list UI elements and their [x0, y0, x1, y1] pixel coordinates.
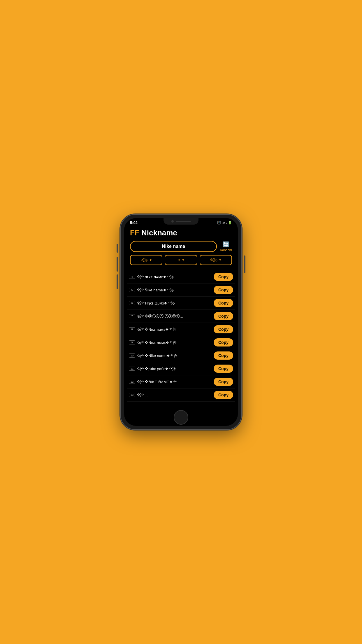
filter-symbol-2: ✦ [178, 258, 181, 262]
list-item: 4꧁༺ɴɪᴋᴇ ɴᴀᴍᴇ❖༻꧂Copy [127, 270, 235, 284]
item-number: 6 [129, 301, 135, 305]
list-item: 11꧁༺❖ɲɪkε ɲαθε❖༻꧂Copy [127, 362, 235, 375]
item-nickname-text: ꧁༺ɴɪᴋᴇ ɴᴀᴍᴇ❖༻꧂ [137, 275, 212, 279]
volume-down-button [117, 274, 118, 289]
phone-frame: 5:02 📳 4G 🔋 FF Nickname Nike name 🔄 Rand… [121, 215, 241, 429]
item-number: 13 [129, 393, 135, 397]
chevron-down-icon-1: ▼ [149, 258, 152, 262]
list-item: 12꧁༺❖ŇĪKE ŇAME❖༻...Copy [127, 375, 235, 388]
item-number: 8 [129, 327, 135, 331]
copy-button[interactable]: Copy [214, 351, 233, 360]
filter-symbol-1: ꧁꧂ [140, 258, 148, 262]
copy-button[interactable]: Copy [214, 286, 233, 294]
app-header: FF Nickname Nike name 🔄 Random ꧁꧂ ▼ [124, 226, 238, 270]
filter-symbol-3: ꧁꧂ [210, 258, 217, 262]
copy-button[interactable]: Copy [214, 325, 233, 333]
list-item: 7꧁༺❖Ⓝⓘⓚⓔ ⓝⓐⓜⓔ...Copy [127, 310, 235, 323]
item-nickname-text: ꧁༺... [137, 393, 212, 397]
item-nickname-text: ꧁༺❖ɲɪkε ɲαθε❖༻꧂ [137, 367, 212, 371]
chevron-down-icon-2: ▼ [182, 258, 185, 262]
item-number: 9 [129, 340, 135, 344]
copy-button[interactable]: Copy [214, 273, 233, 281]
list-item: 13꧁༺...Copy [127, 388, 235, 402]
item-nickname-text: ꧁༺❖ŇĪKE ŇAME❖༻... [137, 380, 212, 384]
list-item: 6꧁༺Ήηkз Ωβмз❖༻꧂Copy [127, 297, 235, 310]
item-number: 5 [129, 288, 135, 292]
copy-button[interactable]: Copy [214, 299, 233, 307]
speaker [176, 221, 191, 222]
item-number: 10 [129, 354, 135, 358]
copy-button[interactable]: Copy [214, 365, 233, 373]
item-number: 12 [129, 380, 135, 384]
item-nickname-text: ꧁༺❖Νικε παмε❖༻꧂ [137, 340, 212, 345]
volume-up-button [117, 257, 118, 272]
battery-icon: 🔋 [228, 221, 232, 225]
list-item: 8꧁༺❖Νικε иαмε❖༻꧂Copy [127, 323, 235, 336]
search-input[interactable]: Nike name [130, 241, 217, 252]
search-row: Nike name 🔄 Random [130, 241, 232, 252]
item-number: 11 [129, 367, 135, 371]
item-nickname-text: ꧁༺❖Ⓝⓘⓚⓔ ⓝⓐⓜⓔ... [137, 314, 212, 318]
filter-button-3[interactable]: ꧁꧂ ▼ [200, 255, 232, 265]
nickname-list: 4꧁༺ɴɪᴋᴇ ɴᴀᴍᴇ❖༻꧂Copy5꧁༺Ñïkë ñämë❖༻꧂Copy6꧁… [124, 270, 238, 408]
title-ff: FF [130, 228, 139, 237]
list-item: 9꧁༺❖Νικε παмε❖༻꧂Copy [127, 336, 235, 349]
phone-screen: 5:02 📳 4G 🔋 FF Nickname Nike name 🔄 Rand… [124, 218, 238, 426]
random-button[interactable]: 🔄 Random [220, 241, 232, 252]
time-display: 5:02 [130, 220, 138, 225]
item-nickname-text: ꧁༺Ήηkз Ωβмз❖༻꧂ [137, 301, 212, 305]
item-nickname-text: ꧁༺Ñïkë ñämë❖༻꧂ [137, 288, 212, 292]
item-nickname-text: ꧁༺❖Νικε иαмε❖༻꧂ [137, 327, 212, 332]
mute-button [117, 244, 118, 253]
front-camera [171, 220, 174, 223]
copy-button[interactable]: Copy [214, 391, 233, 399]
random-label: Random [220, 248, 232, 252]
signal-icon: 4G [222, 221, 227, 225]
app-title: FF Nickname [130, 228, 232, 237]
filter-button-1[interactable]: ꧁꧂ ▼ [130, 255, 162, 265]
list-item: 5꧁༺Ñïkë ñämë❖༻꧂Copy [127, 284, 235, 297]
item-nickname-text: ꧁༺❖Nike name❖༻꧂ [137, 354, 212, 358]
refresh-icon: 🔄 [223, 241, 229, 248]
chevron-down-icon-3: ▼ [219, 258, 222, 262]
list-item: 10꧁༺❖Nike name❖༻꧂Copy [127, 349, 235, 362]
app-screen: FF Nickname Nike name 🔄 Random ꧁꧂ ▼ [124, 226, 238, 408]
notch [164, 218, 198, 225]
item-number: 7 [129, 314, 135, 318]
filter-row: ꧁꧂ ▼ ✦ ▼ ꧁꧂ ▼ [130, 255, 232, 265]
power-button [244, 256, 245, 273]
copy-button[interactable]: Copy [214, 338, 233, 346]
status-icons: 📳 4G 🔋 [217, 221, 232, 225]
item-number: 4 [129, 275, 135, 279]
filter-button-2[interactable]: ✦ ▼ [165, 255, 197, 265]
copy-button[interactable]: Copy [214, 378, 233, 386]
home-button[interactable] [174, 410, 188, 425]
vibrate-icon: 📳 [217, 221, 221, 225]
title-nickname: Nickname [139, 228, 177, 237]
copy-button[interactable]: Copy [214, 312, 233, 320]
